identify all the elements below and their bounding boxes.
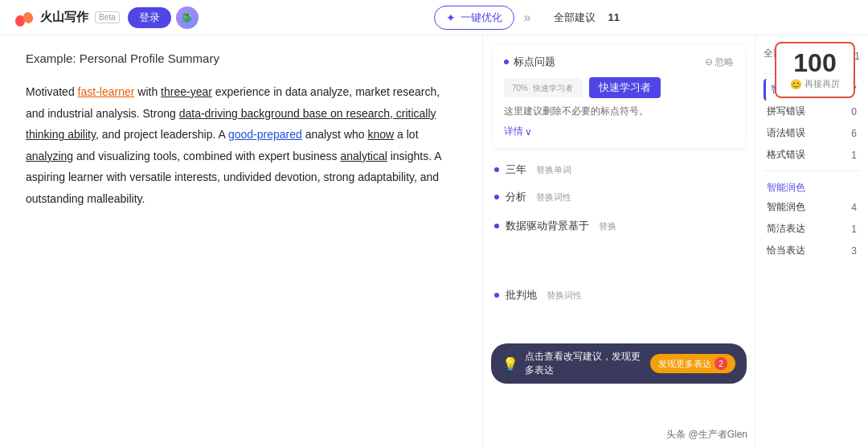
grammar-count: 6 xyxy=(851,128,857,139)
word-original: 70% 快速学习者 xyxy=(504,78,583,97)
appropriate-count: 3 xyxy=(851,245,857,257)
concise-count: 1 xyxy=(851,224,857,235)
polish-count-label: 智能润色 xyxy=(767,200,805,214)
data-row[interactable]: 数据驱动背景基于 替换 xyxy=(483,211,755,241)
row-dot-4 xyxy=(494,293,499,298)
text-and: , and project leadership. A xyxy=(96,128,228,141)
card-ignore-button[interactable]: ⊖ 忽略 xyxy=(705,55,734,69)
card-note: 这里建议删除不必要的标点符号。 xyxy=(504,105,734,118)
text-alot: a lot xyxy=(394,128,418,141)
ignore-icon: ⊖ xyxy=(705,56,713,68)
format-label: 格式错误 xyxy=(767,148,805,162)
text-know[interactable]: know xyxy=(367,128,394,141)
card-type-label: 标点问题 xyxy=(514,55,555,69)
header-center: ✦ 一键优化 » 全部建议 11 xyxy=(199,6,855,30)
suggestion-row-sannian[interactable]: 三年 替换单词 xyxy=(483,156,755,183)
ignore-label: 忽略 xyxy=(714,55,734,69)
text-with: with xyxy=(134,85,161,98)
polish-section-title: 智能润色 xyxy=(767,179,805,195)
row-label-sannian: 三年 xyxy=(506,162,526,177)
spelling-count: 0 xyxy=(851,106,857,117)
card-header: 标点问题 ⊖ 忽略 xyxy=(504,55,734,69)
suggestion-row-fenxi[interactable]: 分析 替换词性 xyxy=(483,183,755,211)
right-item-appropriate[interactable]: 恰当表达 3 xyxy=(764,240,860,261)
discover-label: 发现更多表达 xyxy=(658,358,711,370)
row-dot-2 xyxy=(494,195,499,199)
score-sub: 😊 再接再厉 xyxy=(790,78,840,90)
logo-icon xyxy=(13,6,35,29)
suggestions-count: 11 xyxy=(608,11,620,23)
tooltip-banner: 💡 点击查看改写建议，发现更多表达 发现更多表达 2 xyxy=(491,343,747,384)
login-button[interactable]: 登录 xyxy=(128,7,171,28)
doc-body: Motivated fast-learner with three-year e… xyxy=(26,81,457,210)
suggestions-label: 全部建议 xyxy=(554,10,596,25)
lightbulb-icon: 💡 xyxy=(502,356,518,372)
row-action-fenxi: 替换词性 xyxy=(536,191,571,203)
right-item-spelling[interactable]: 拼写错误 0 xyxy=(764,101,860,122)
word-suggested-button[interactable]: 快速学习者 xyxy=(589,77,661,98)
right-item-polish[interactable]: 智能润色 4 xyxy=(764,196,860,218)
optimize-label: 一键优化 xyxy=(461,10,502,25)
arrow-right-icon: » xyxy=(524,10,531,25)
beta-badge: Beta xyxy=(95,11,120,23)
chevron-icon: ∨ xyxy=(525,126,532,138)
divider-2 xyxy=(764,171,860,171)
word-compare: 70% 快速学习者 快速学习者 xyxy=(504,77,734,98)
row-action-data: 替换 xyxy=(599,220,616,232)
score-number: 100 xyxy=(793,50,836,76)
header: 火山写作 Beta 登录 🐉 ✦ 一键优化 » 全部建议 11 xyxy=(0,0,868,35)
polish-count: 4 xyxy=(851,202,857,213)
text-visualizing: and visualizing tools, combined with exp… xyxy=(73,150,340,162)
right-item-grammar[interactable]: 语法错误 6 xyxy=(764,122,860,144)
row-action-pipan: 替换词性 xyxy=(547,290,582,302)
concise-label: 简洁表达 xyxy=(767,222,805,236)
text-analytical[interactable]: analytical xyxy=(340,150,387,162)
right-item-concise[interactable]: 简洁表达 1 xyxy=(764,218,860,240)
row-dot-3 xyxy=(494,224,499,228)
word-original-text: 快速学习者 xyxy=(533,84,573,92)
suggestion-card-punctuation: 标点问题 ⊖ 忽略 70% 快速学习者 快速学习者 这里建议删除不必要的标点符号… xyxy=(493,45,745,148)
row-label-pipan: 批判地 xyxy=(506,288,537,302)
logo-area: 火山写作 Beta xyxy=(13,6,120,29)
row-action-sannian: 替换单词 xyxy=(536,164,571,176)
card-dot xyxy=(504,60,509,64)
discover-more-button[interactable]: 发现更多表达 2 xyxy=(650,354,735,373)
appropriate-label: 恰当表达 xyxy=(767,244,805,257)
text-motivated: Motivated xyxy=(26,85,78,98)
score-sub-label: 再接再厉 xyxy=(805,78,840,90)
text-analyzing[interactable]: analyzing xyxy=(26,150,73,162)
middle-panel: 标点问题 ⊖ 忽略 70% 快速学习者 快速学习者 这里建议删除不必要的标点符号… xyxy=(482,35,755,448)
star-icon: ✦ xyxy=(446,11,456,24)
right-item-format[interactable]: 格式错误 1 xyxy=(764,144,860,166)
format-count: 1 xyxy=(851,150,857,161)
detail-label: 详情 xyxy=(504,125,523,138)
watermark: 头条 @生产者Glen xyxy=(666,428,747,442)
word-score: 70% xyxy=(512,84,528,92)
grammar-label: 语法错误 xyxy=(767,126,805,140)
data-label: 数据驱动背景基于 xyxy=(506,219,589,233)
card-tag: 标点问题 xyxy=(504,55,555,69)
tooltip-badge: 2 xyxy=(714,357,727,370)
main-layout: Example: Personal Profile Summary Motiva… xyxy=(0,35,868,448)
score-emoji: 😊 xyxy=(790,79,802,90)
row-label-fenxi: 分析 xyxy=(506,190,526,204)
tooltip-text: 点击查看改写建议，发现更多表达 xyxy=(525,350,644,377)
card-detail-button[interactable]: 详情 ∨ xyxy=(504,125,734,138)
avatar[interactable]: 🐉 xyxy=(176,6,199,29)
optimize-button[interactable]: ✦ 一键优化 xyxy=(434,6,514,30)
row-dot xyxy=(494,167,499,172)
suggestion-row-pipan[interactable]: 批判地 替换词性 xyxy=(483,282,755,309)
text-three-year[interactable]: three-year xyxy=(161,85,212,98)
content-area: Example: Personal Profile Summary Motiva… xyxy=(0,35,482,448)
logo-text: 火山写作 xyxy=(40,10,88,25)
spelling-label: 拼写错误 xyxy=(767,105,805,118)
text-analyst: analyst who xyxy=(302,128,368,141)
score-box: 100 😊 再接再厉 xyxy=(775,42,855,98)
text-good-prepared[interactable]: good-prepared xyxy=(228,128,302,141)
text-fast-learner[interactable]: fast-learner xyxy=(78,85,135,98)
doc-title: Example: Personal Profile Summary xyxy=(26,51,457,65)
